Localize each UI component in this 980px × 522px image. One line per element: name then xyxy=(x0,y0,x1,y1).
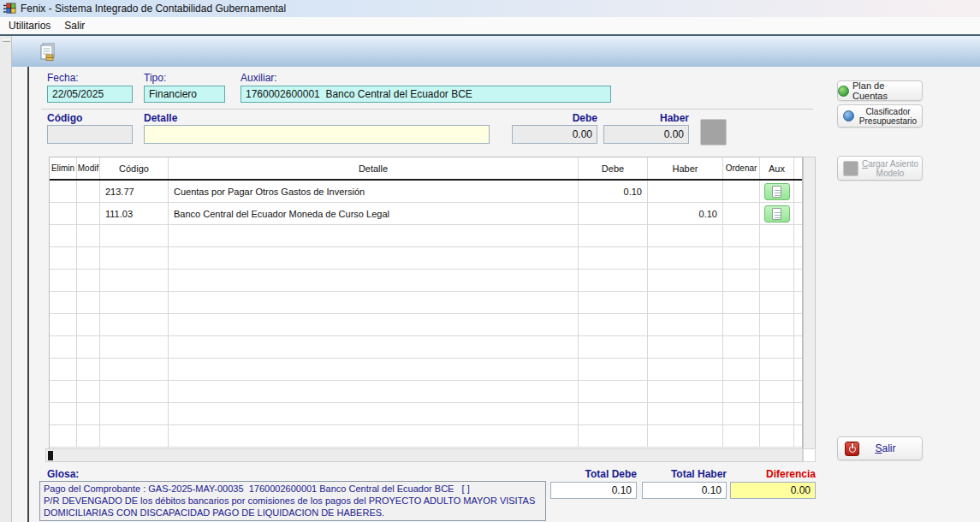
left-splitter-panel[interactable] xyxy=(0,36,12,522)
table-row[interactable]: 213.77Cuentas por Pagar Otros Gastos de … xyxy=(50,181,802,203)
table-cell xyxy=(760,314,794,336)
detalle-input[interactable] xyxy=(144,125,490,144)
fecha-input[interactable]: 22/05/2025 xyxy=(47,86,133,103)
tipo-input[interactable]: Financiero xyxy=(144,86,225,103)
table-row[interactable] xyxy=(50,359,802,381)
header-elimin[interactable]: Elimin xyxy=(50,157,77,179)
table-cell xyxy=(77,425,100,448)
header-ordenar[interactable]: Ordenar xyxy=(723,157,760,179)
table-row[interactable] xyxy=(50,336,802,359)
table-cell xyxy=(723,336,760,359)
table-cell xyxy=(794,425,802,448)
header-debe[interactable]: Debe xyxy=(579,157,648,179)
application-window: Fenix - Sistema Integrado de Contabilida… xyxy=(0,0,980,522)
codigo-label: Código xyxy=(47,112,82,124)
green-ball-icon xyxy=(838,86,849,97)
table-cell xyxy=(723,225,760,247)
table-row[interactable] xyxy=(50,225,802,247)
menu-salir[interactable]: Salir xyxy=(57,18,92,33)
toolbar xyxy=(12,36,980,67)
table-row[interactable]: 111.03Banco Central del Ecuador Moneda d… xyxy=(50,203,802,225)
glosa-textarea[interactable]: Pago del Comprobante : GAS-2025-MAY-0003… xyxy=(39,481,546,521)
header-codigo[interactable]: Código xyxy=(100,157,169,179)
auxiliar-input[interactable]: 1760002600001 Banco Central del Ecuador … xyxy=(241,86,611,103)
table-horizontal-scrollbar[interactable] xyxy=(45,448,803,462)
add-entry-button[interactable] xyxy=(700,119,727,145)
table-cell xyxy=(50,403,77,425)
table-cell xyxy=(100,247,169,270)
header-modif[interactable]: Modif xyxy=(77,157,100,179)
haber-input[interactable]: 0.00 xyxy=(603,125,689,144)
table-row[interactable] xyxy=(50,425,802,448)
table-cell xyxy=(794,247,802,270)
table-cell xyxy=(100,292,169,314)
table-row[interactable] xyxy=(50,403,802,425)
copy-document-toolbar-icon[interactable] xyxy=(38,43,56,62)
menu-utilitarios[interactable]: Utilitarios xyxy=(2,18,57,33)
horizontal-scrollbar-thumb[interactable] xyxy=(48,451,53,460)
diferencia-label: Diferencia xyxy=(730,468,816,480)
table-cell xyxy=(100,403,169,425)
table-cell xyxy=(100,381,169,403)
table-row[interactable] xyxy=(50,314,802,336)
aux-button[interactable] xyxy=(764,205,790,222)
clasificador-presupuestario-button[interactable]: Clasificador Presupuestario xyxy=(837,104,923,128)
table-cell xyxy=(760,292,794,314)
header-aux[interactable]: Aux xyxy=(760,157,794,179)
total-haber-field: 0.10 xyxy=(642,482,727,499)
table-cell xyxy=(50,225,77,247)
table-cell xyxy=(723,314,760,336)
table-cell: 111.03 xyxy=(100,203,169,225)
table-cell xyxy=(760,381,794,403)
header-haber[interactable]: Haber xyxy=(648,157,723,179)
codigo-input[interactable] xyxy=(47,125,133,144)
table-cell xyxy=(760,359,794,381)
table-row[interactable] xyxy=(50,247,802,270)
table-cell xyxy=(648,359,723,381)
table-cell xyxy=(169,336,579,359)
table-cell xyxy=(50,359,77,381)
table-row[interactable] xyxy=(50,381,802,403)
table-cell xyxy=(579,336,648,359)
table-cell xyxy=(100,314,169,336)
document-icon xyxy=(772,186,781,198)
table-cell: Banco Central del Ecuador Moneda de Curs… xyxy=(169,203,579,225)
header-detalle[interactable]: Detalle xyxy=(169,157,579,179)
clasificador-label: Clasificador Presupuestario xyxy=(854,107,922,126)
table-cell xyxy=(579,247,648,270)
scrollbar-corner xyxy=(803,448,816,462)
table-cell xyxy=(77,225,100,247)
table-cell xyxy=(579,381,648,403)
table-cell xyxy=(100,225,169,247)
table-row[interactable] xyxy=(50,292,802,314)
diferencia-field: 0.00 xyxy=(730,482,816,499)
table-cell xyxy=(100,336,169,359)
table-cell xyxy=(50,203,77,225)
total-debe-label: Total Debe xyxy=(550,468,637,480)
table-cell xyxy=(794,270,802,292)
debe-input[interactable]: 0.00 xyxy=(512,125,597,144)
table-cell xyxy=(794,203,802,225)
table-cell xyxy=(169,425,579,448)
gray-square-icon xyxy=(843,161,858,176)
splitter-handle[interactable] xyxy=(3,39,10,42)
table-cell: 213.77 xyxy=(100,181,169,203)
table-cell xyxy=(794,403,802,425)
app-window-icon xyxy=(3,3,16,15)
table-cell xyxy=(760,225,794,247)
aux-button[interactable] xyxy=(764,183,790,200)
table-cell xyxy=(723,403,760,425)
table-cell xyxy=(169,381,579,403)
cargar-asiento-modelo-button[interactable]: Cargar Asiento Modelo xyxy=(837,156,923,181)
table-vertical-scrollbar[interactable] xyxy=(803,157,816,449)
table-cell xyxy=(648,425,723,448)
tipo-label: Tipo: xyxy=(144,72,166,84)
table-cell xyxy=(77,292,100,314)
table-cell xyxy=(50,381,77,403)
plan-de-cuentas-button[interactable]: Plan de Cuentas xyxy=(837,80,923,101)
table-cell xyxy=(794,314,802,336)
table-row[interactable] xyxy=(50,270,802,292)
table-cell xyxy=(760,425,794,448)
table-cell xyxy=(169,314,579,336)
salir-button[interactable]: Salir xyxy=(837,436,923,460)
